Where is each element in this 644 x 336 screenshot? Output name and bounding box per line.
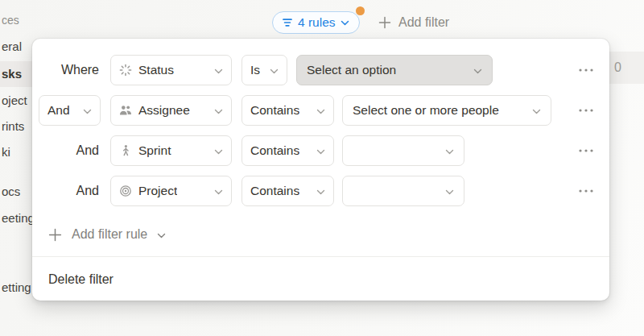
filter-lines-icon [282, 18, 293, 27]
operator-select[interactable]: Contains [242, 95, 334, 126]
chevron-down-icon [214, 103, 223, 118]
value-placeholder: Select one or more people [353, 103, 499, 118]
sidebar-item[interactable]: ocs [2, 184, 20, 200]
operator-label: Contains [250, 143, 299, 158]
add-filter-button[interactable]: Add filter [378, 11, 449, 34]
sprint-icon [119, 144, 132, 157]
property-select[interactable]: Sprint [110, 135, 232, 166]
chevron-down-icon [341, 20, 349, 26]
chevron-down-icon [473, 63, 482, 77]
sidebar-item[interactable]: rints [2, 118, 24, 135]
filter-row: And Sprint Contains [32, 135, 609, 166]
filter-row: And Assignee Contains [32, 95, 609, 126]
chevron-down-icon [214, 63, 223, 77]
row-menu-button[interactable] [572, 176, 601, 206]
ellipsis-icon [579, 189, 593, 193]
panel-divider [32, 256, 609, 257]
chevron-down-icon [445, 184, 454, 198]
row-menu-button[interactable] [572, 55, 601, 85]
connector-select[interactable]: And [39, 95, 101, 126]
add-filter-label: Add filter [398, 15, 449, 30]
chevron-down-icon [270, 63, 279, 77]
connector-label: And [39, 176, 101, 206]
property-select[interactable]: Status [110, 55, 232, 85]
operator-label: Contains [250, 184, 299, 198]
filter-row: And Project Contains [32, 176, 609, 206]
chevron-down-icon [214, 143, 223, 158]
operator-select[interactable]: Contains [242, 135, 334, 166]
filter-row: Where Status Is Select an option [32, 55, 609, 85]
assignee-icon [119, 104, 132, 117]
notification-dot [356, 6, 365, 15]
property-label: Sprint [138, 143, 171, 158]
chevron-down-icon [316, 184, 325, 198]
sidebar-item[interactable]: ces [2, 12, 19, 28]
add-filter-rule-label: Add filter rule [72, 227, 147, 242]
property-label: Project [138, 184, 177, 198]
operator-label: Is [250, 63, 260, 77]
property-label: Assignee [138, 103, 190, 118]
ellipsis-icon [579, 149, 593, 152]
value-select[interactable] [342, 135, 464, 166]
property-label: Status [138, 63, 174, 77]
ellipsis-icon [579, 68, 593, 72]
chevron-down-icon [157, 227, 166, 242]
value-placeholder: Select an option [307, 63, 396, 77]
value-select[interactable]: Select one or more people [342, 95, 551, 126]
chevron-down-icon [316, 103, 325, 118]
value-select[interactable] [342, 176, 464, 206]
sidebar-item-tasks[interactable]: sks [2, 66, 22, 82]
column-count-badge: 0 [614, 60, 621, 75]
sidebar-item[interactable]: eral [2, 39, 22, 55]
connector-label: And [47, 103, 70, 118]
ellipsis-icon [579, 109, 593, 112]
sidebar-item[interactable]: etting [2, 280, 31, 296]
app-window: ces eral sks oject rints ki ocs eeting e… [0, 0, 644, 336]
filter-panel: Where Status Is Select an option [32, 39, 609, 301]
chevron-down-icon [214, 184, 223, 198]
plus-icon [378, 16, 391, 29]
rules-filter-button[interactable]: 4 rules [272, 11, 360, 34]
add-filter-rule-button[interactable]: Add filter rule [39, 222, 175, 247]
sidebar-item[interactable]: eeting [2, 210, 35, 226]
property-select[interactable]: Assignee [110, 95, 232, 126]
connector-label: And [39, 135, 101, 166]
project-icon [119, 185, 132, 197]
operator-select[interactable]: Is [242, 55, 287, 85]
row-menu-button[interactable] [572, 135, 601, 166]
chevron-down-icon [316, 143, 325, 158]
delete-filter-button[interactable]: Delete filter [32, 264, 609, 295]
chevron-down-icon [83, 103, 92, 118]
plus-icon [48, 228, 62, 242]
chevron-down-icon [445, 143, 454, 158]
row-menu-button[interactable] [572, 95, 601, 126]
rules-button-label: 4 rules [298, 15, 336, 30]
status-icon [119, 64, 132, 77]
operator-select[interactable]: Contains [242, 176, 334, 206]
property-select[interactable]: Project [110, 176, 232, 206]
operator-label: Contains [250, 103, 299, 118]
connector-label: Where [39, 55, 101, 85]
sidebar-item[interactable]: ki [2, 144, 10, 160]
value-select[interactable]: Select an option [296, 55, 493, 85]
sidebar-item[interactable]: oject [2, 93, 27, 109]
chevron-down-icon [532, 103, 541, 118]
